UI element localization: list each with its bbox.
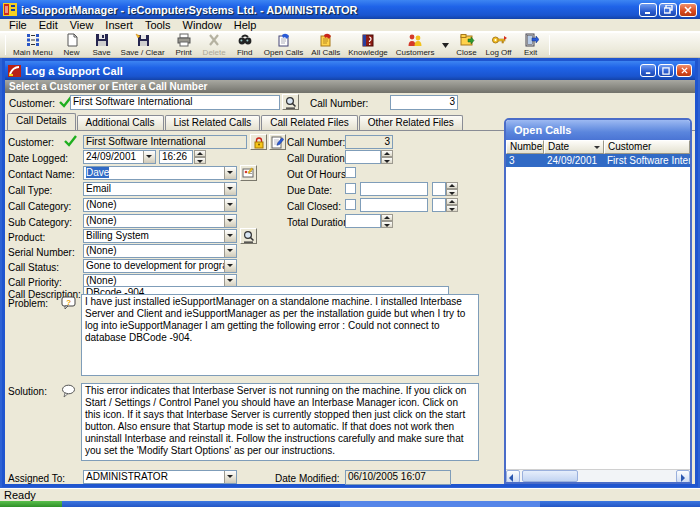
serial-number-select[interactable]: (None) — [83, 244, 237, 258]
time-logged-input[interactable]: 16:26 — [159, 150, 193, 164]
column-header-customer[interactable]: Customer — [604, 140, 690, 154]
dropdown-arrow-icon[interactable] — [224, 183, 236, 195]
start-button-sliver[interactable] — [0, 501, 62, 507]
solution-textarea[interactable]: This error indicates that Interbase Serv… — [81, 383, 479, 461]
scroll-right-button[interactable] — [676, 470, 690, 483]
toolbar-button-save[interactable]: Save — [87, 33, 117, 57]
column-header-number[interactable]: Number — [506, 140, 544, 154]
due-time-spinner[interactable] — [446, 182, 458, 196]
problem-textarea[interactable]: I have just installed ieSupportManager o… — [81, 294, 479, 376]
edit-note-button[interactable] — [269, 134, 286, 150]
scrollbar-thumb[interactable] — [522, 470, 578, 482]
call-window-maximize-button[interactable] — [658, 64, 674, 77]
tab-additional-calls[interactable]: Additional Calls — [77, 115, 164, 130]
call-duration-input[interactable] — [345, 150, 381, 164]
close-button[interactable] — [679, 3, 697, 17]
dropdown-arrow-icon[interactable] — [224, 215, 236, 227]
column-header-date[interactable]: Date — [544, 140, 604, 154]
tab-other-related-files[interactable]: Other Related Files — [359, 115, 463, 130]
date-logged-input[interactable]: 24/09/2001 — [83, 150, 156, 164]
tab-list-related-calls[interactable]: List Related Calls — [165, 115, 261, 130]
due-date-input[interactable] — [360, 182, 428, 196]
toolbar-separator — [549, 35, 550, 55]
call-window-minimize-button[interactable] — [640, 64, 656, 77]
toolbar-button-open-calls[interactable]: Open Calls — [260, 33, 308, 57]
scrollbar-track[interactable] — [520, 470, 676, 482]
tab-call-related-files[interactable]: Call Related Files — [261, 115, 357, 130]
call-number-field: 3 — [345, 135, 393, 149]
tab-call-details[interactable]: Call Details — [7, 113, 76, 130]
minimize-button[interactable] — [639, 3, 657, 17]
dropdown-arrow-icon[interactable] — [224, 167, 236, 179]
lookup-call-number-input[interactable]: 3 — [390, 95, 458, 110]
open-calls-row-selected[interactable]: 3 24/09/2001 First Software Internationa… — [506, 154, 690, 167]
call-closed-time-input[interactable] — [432, 198, 446, 212]
menu-insert[interactable]: Insert — [100, 19, 138, 31]
toolbar-button-close[interactable]: Close — [452, 33, 482, 57]
call-closed-checkbox[interactable] — [345, 199, 356, 210]
menu-window[interactable]: Window — [178, 19, 227, 31]
call-category-select[interactable]: (None) — [83, 198, 237, 212]
title-bar: ieSupportManager - ieComputerSystems Ltd… — [0, 0, 700, 19]
toolbar-button-log-off[interactable]: Log Off — [482, 33, 516, 57]
call-window-close-button[interactable] — [676, 64, 692, 77]
product-search-button[interactable] — [240, 228, 257, 244]
lookup-customer-input[interactable]: First Software International — [70, 95, 280, 110]
due-date-checkbox[interactable] — [345, 183, 356, 194]
call-window-icon — [8, 65, 21, 77]
assigned-to-select[interactable]: ADMINISTRATOR — [83, 470, 237, 484]
dropdown-arrow-icon[interactable] — [224, 199, 236, 211]
total-duration-input[interactable] — [345, 214, 381, 228]
date-modified-field: 06/10/2005 16:07 — [345, 470, 451, 485]
date-logged-label: Date Logged: — [8, 153, 68, 164]
dropdown-arrow-icon[interactable] — [224, 260, 236, 272]
call-duration-label: Call Duration: — [287, 153, 348, 164]
menu-file[interactable]: File — [4, 19, 32, 31]
toolbar-button-all-calls[interactable]: All Calls — [307, 33, 344, 57]
toolbar-button-find[interactable]: Find — [230, 33, 260, 57]
scroll-left-button[interactable] — [506, 470, 520, 483]
menu-view[interactable]: View — [65, 19, 99, 31]
call-closed-time-spinner[interactable] — [446, 198, 458, 212]
customers-dropdown-button[interactable] — [439, 33, 452, 57]
time-logged-spinner[interactable] — [194, 150, 206, 164]
toolbar-button-new[interactable]: New — [57, 33, 87, 57]
due-time-input[interactable] — [432, 182, 446, 196]
call-closed-label: Call Closed: — [287, 201, 341, 212]
contact-name-select[interactable]: Dave — [83, 166, 237, 180]
knowledge-icon — [360, 33, 376, 47]
toolbar-button-exit[interactable]: Exit — [516, 33, 546, 57]
toolbar-button-main-menu[interactable]: Main Menu — [9, 33, 57, 57]
total-duration-spinner[interactable] — [381, 214, 393, 228]
open-calls-horizontal-scrollbar[interactable] — [506, 469, 690, 482]
toolbar-button-print[interactable]: Print — [169, 33, 199, 57]
toolbar-button-customers[interactable]: Customers — [392, 33, 439, 57]
call-status-select[interactable]: Gone to development for program modifica — [83, 259, 237, 273]
sub-category-select[interactable]: (None) — [83, 214, 237, 228]
restore-button[interactable] — [659, 3, 677, 17]
out-of-hours-checkbox[interactable] — [345, 167, 356, 178]
dropdown-arrow-icon[interactable] — [224, 245, 236, 257]
call-closed-input[interactable] — [360, 198, 428, 212]
menu-help[interactable]: Help — [229, 19, 262, 31]
status-bar: Ready — [0, 488, 700, 501]
call-type-select[interactable]: Email — [83, 182, 237, 196]
problem-label: Problem: — [8, 298, 48, 309]
dropdown-arrow-icon[interactable] — [224, 471, 236, 483]
edit-note-icon — [271, 136, 284, 149]
dropdown-arrow-icon[interactable] — [224, 230, 236, 242]
menu-edit[interactable]: Edit — [34, 19, 63, 31]
date-dropdown-arrow-icon[interactable] — [143, 151, 155, 163]
call-duration-spinner[interactable] — [381, 150, 393, 164]
lock-button[interactable] — [250, 134, 267, 150]
toolbar-button-delete[interactable]: Delete — [199, 33, 230, 57]
log-off-icon — [491, 33, 507, 47]
contact-card-button[interactable] — [240, 165, 257, 181]
toolbar-button-knowledge[interactable]: Knowledge — [344, 33, 392, 57]
product-select[interactable]: Billing System — [83, 229, 237, 243]
call-type-label: Call Type: — [8, 185, 52, 196]
menu-tools[interactable]: Tools — [140, 19, 176, 31]
toolbar-button-save-clear[interactable]: Save / Clear — [117, 33, 169, 57]
window-title: ieSupportManager - ieComputerSystems Ltd… — [21, 4, 639, 16]
customer-search-button[interactable] — [282, 94, 299, 110]
